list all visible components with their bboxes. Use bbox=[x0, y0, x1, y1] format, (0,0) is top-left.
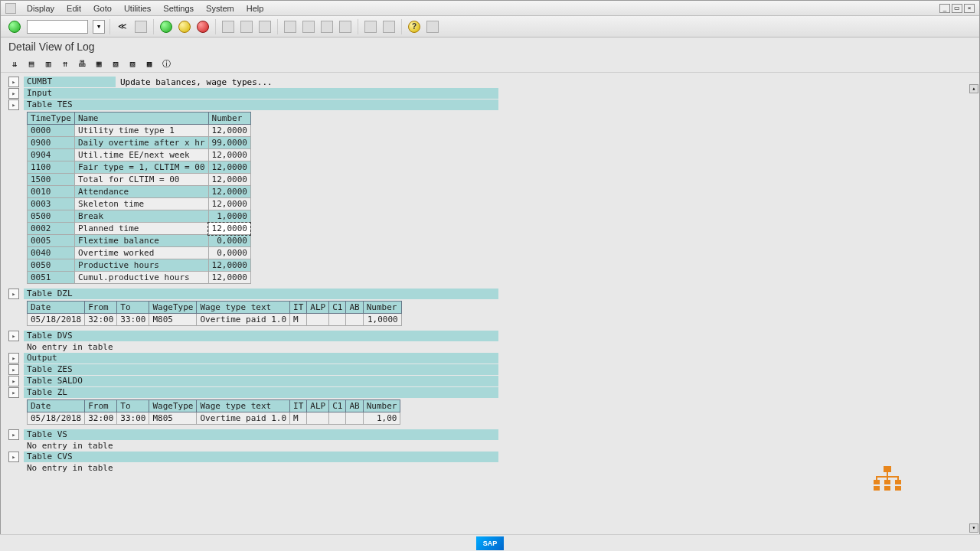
menubar: DisplayEditGotoUtilitiesSettingsSystemHe… bbox=[1, 1, 979, 16]
toggle-output[interactable]: ▸ bbox=[8, 353, 19, 364]
nav-cancel-icon[interactable] bbox=[195, 19, 211, 34]
toggle-dzl[interactable]: ▸ bbox=[8, 289, 19, 299]
toggle-zes[interactable]: ▸ bbox=[8, 364, 19, 375]
table-row[interactable]: 0010Attendance12,0000 bbox=[28, 186, 251, 198]
menu-help[interactable]: Help bbox=[240, 2, 270, 15]
collapse-icon[interactable]: ▥ bbox=[42, 58, 54, 70]
main-toolbar: ▾ ≪ ? bbox=[1, 16, 979, 37]
tool2-icon[interactable]: ▧ bbox=[109, 58, 122, 70]
info-icon[interactable]: ⓘ bbox=[160, 58, 172, 70]
section-tes: Table TES bbox=[24, 99, 498, 110]
back-button[interactable]: ≪ bbox=[115, 19, 130, 34]
col-header: ALP bbox=[307, 302, 329, 314]
toggle-dvs[interactable]: ▸ bbox=[8, 331, 19, 341]
find-icon[interactable] bbox=[239, 19, 254, 34]
col-header: Name bbox=[74, 112, 208, 125]
shortcut-icon[interactable] bbox=[381, 19, 397, 34]
tool4-icon[interactable]: ▩ bbox=[143, 58, 155, 70]
print-icon[interactable]: 🖶 bbox=[76, 58, 88, 70]
enter-button[interactable] bbox=[7, 19, 22, 34]
scroll-up-icon[interactable]: ▴ bbox=[969, 84, 978, 93]
command-input[interactable] bbox=[27, 20, 88, 34]
table-row[interactable]: 0005Flextime balance0,0000 bbox=[28, 235, 251, 247]
toggle-cumbt[interactable]: ▸ bbox=[8, 77, 19, 87]
menu-system[interactable]: System bbox=[200, 2, 240, 15]
table-row[interactable]: 0002Planned time12,0000 bbox=[28, 223, 251, 235]
toggle-cvs[interactable]: ▸ bbox=[8, 452, 19, 462]
last-page-icon[interactable] bbox=[338, 19, 353, 34]
toggle-tes[interactable]: ▸ bbox=[8, 99, 19, 110]
content-area: ▸ CUMBT Update balances, wage types... ▸… bbox=[1, 73, 979, 550]
secondary-toolbar: ⇊ ▤ ▥ ⇈ 🖶 ▦ ▧ ▨ ▩ ⓘ bbox=[1, 56, 979, 73]
col-header: Wage type text bbox=[197, 400, 290, 412]
toggle-zl[interactable]: ▸ bbox=[8, 387, 19, 398]
table-row[interactable]: 0500Break1,0000 bbox=[28, 210, 251, 223]
scroll-down-icon[interactable]: ▾ bbox=[969, 523, 978, 533]
table-tes: TimeTypeNameNumber 0000Utility time type… bbox=[27, 112, 251, 284]
table-row[interactable]: 0051Cumul.productive hours12,0000 bbox=[28, 272, 251, 284]
col-header: TimeType bbox=[28, 112, 75, 125]
col-header: Number bbox=[208, 112, 250, 125]
section-input: Input bbox=[24, 88, 498, 99]
table-row[interactable]: 0900Daily overtime after x hr99,0000 bbox=[28, 137, 251, 149]
section-zes: Table ZES bbox=[24, 364, 498, 375]
table-row[interactable]: 0050Productive hours12,0000 bbox=[28, 259, 251, 272]
table-zl: DateFromToWageTypeWage type textITALPC1A… bbox=[27, 399, 400, 425]
toggle-saldo[interactable]: ▸ bbox=[8, 376, 19, 386]
sap-logo: SAP bbox=[476, 536, 504, 550]
menu-utilities[interactable]: Utilities bbox=[118, 2, 157, 15]
first-page-icon[interactable] bbox=[283, 19, 298, 34]
table-row[interactable]: 1500Total for CLTIM = 0012,0000 bbox=[28, 174, 251, 186]
table-row[interactable]: 0003Skeleton time12,0000 bbox=[28, 198, 251, 210]
print-icon[interactable] bbox=[220, 19, 236, 34]
collapse-all-icon[interactable]: ⇊ bbox=[8, 58, 21, 70]
settings-icon[interactable] bbox=[425, 19, 440, 34]
app-icon bbox=[5, 3, 16, 14]
find-next-icon[interactable] bbox=[257, 19, 273, 34]
section-cumbt-name: CUMBT bbox=[24, 77, 116, 87]
tool3-icon[interactable]: ▨ bbox=[126, 58, 139, 70]
nav-back-icon[interactable] bbox=[158, 19, 174, 34]
table-row[interactable]: 0000Utility time type 112,0000 bbox=[28, 125, 251, 137]
menu-display[interactable]: Display bbox=[21, 2, 60, 15]
table-row[interactable]: 05/18/201832:0033:00M805Overtime paid 1.… bbox=[28, 412, 400, 425]
table-row[interactable]: 05/18/201832:0033:00M805Overtime paid 1.… bbox=[28, 314, 402, 326]
minimize-button[interactable]: _ bbox=[939, 4, 950, 13]
col-header: AB bbox=[346, 400, 363, 412]
section-vs: Table VS bbox=[24, 429, 498, 440]
session-icon[interactable] bbox=[363, 19, 378, 34]
expand-all-icon[interactable]: ⇈ bbox=[59, 58, 71, 70]
menu-settings[interactable]: Settings bbox=[157, 2, 200, 15]
table-row[interactable]: 0904Util.time EE/next week12,0000 bbox=[28, 149, 251, 161]
col-header: To bbox=[117, 400, 149, 412]
close-button[interactable]: × bbox=[964, 4, 975, 13]
dropdown-arrow-icon[interactable]: ▾ bbox=[93, 20, 105, 34]
next-page-icon[interactable] bbox=[319, 19, 335, 34]
section-dvs: Table DVS bbox=[24, 331, 498, 341]
tool-icon[interactable]: ▦ bbox=[93, 58, 105, 70]
section-saldo: Table SALDO bbox=[24, 376, 498, 386]
org-chart-icon bbox=[872, 466, 903, 497]
toggle-input[interactable]: ▸ bbox=[8, 88, 19, 99]
save-icon[interactable] bbox=[133, 19, 149, 34]
toggle-vs[interactable]: ▸ bbox=[8, 429, 19, 440]
col-header: To bbox=[117, 302, 149, 314]
nav-exit-icon[interactable] bbox=[177, 19, 192, 34]
menu-edit[interactable]: Edit bbox=[60, 2, 87, 15]
restore-button[interactable]: ▭ bbox=[952, 4, 962, 13]
menu-goto[interactable]: Goto bbox=[87, 2, 118, 15]
col-header: ALP bbox=[307, 400, 329, 412]
col-header: AB bbox=[346, 302, 363, 314]
expand-icon[interactable]: ▤ bbox=[25, 58, 38, 70]
col-header: C1 bbox=[329, 302, 346, 314]
table-row[interactable]: 1100Fair type = 1, CLTIM = 0012,0000 bbox=[28, 161, 251, 174]
table-row[interactable]: 0040Overtime worked0,0000 bbox=[28, 247, 251, 259]
col-header: Number bbox=[363, 400, 400, 412]
prev-page-icon[interactable] bbox=[301, 19, 316, 34]
section-cvs: Table CVS bbox=[24, 452, 498, 462]
col-header: WageType bbox=[149, 302, 197, 314]
vertical-scrollbar[interactable]: ▴ ▾ bbox=[969, 84, 978, 533]
col-header: From bbox=[85, 400, 117, 412]
help-icon[interactable]: ? bbox=[407, 19, 422, 34]
table-dzl: DateFromToWageTypeWage type textITALPC1A… bbox=[27, 301, 402, 326]
